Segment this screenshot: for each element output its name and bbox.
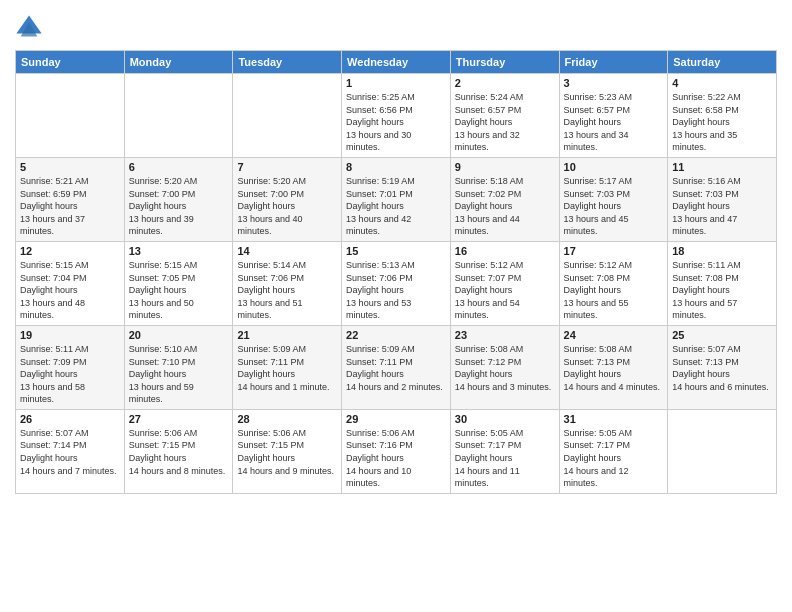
day-info: Sunrise: 5:06 AMSunset: 7:16 PMDaylight … (346, 428, 415, 488)
day-info: Sunrise: 5:23 AMSunset: 6:57 PMDaylight … (564, 92, 633, 152)
day-info: Sunrise: 5:18 AMSunset: 7:02 PMDaylight … (455, 176, 524, 236)
calendar-cell: 4 Sunrise: 5:22 AMSunset: 6:58 PMDayligh… (668, 74, 777, 158)
day-number: 11 (672, 161, 772, 173)
day-info: Sunrise: 5:15 AMSunset: 7:05 PMDaylight … (129, 260, 198, 320)
calendar-cell: 25 Sunrise: 5:07 AMSunset: 7:13 PMDaylig… (668, 325, 777, 409)
day-info: Sunrise: 5:11 AMSunset: 7:09 PMDaylight … (20, 344, 89, 404)
calendar-cell: 24 Sunrise: 5:08 AMSunset: 7:13 PMDaylig… (559, 325, 668, 409)
calendar-cell: 17 Sunrise: 5:12 AMSunset: 7:08 PMDaylig… (559, 241, 668, 325)
day-number: 18 (672, 245, 772, 257)
calendar-cell: 9 Sunrise: 5:18 AMSunset: 7:02 PMDayligh… (450, 157, 559, 241)
day-info: Sunrise: 5:14 AMSunset: 7:06 PMDaylight … (237, 260, 306, 320)
calendar-cell: 7 Sunrise: 5:20 AMSunset: 7:00 PMDayligh… (233, 157, 342, 241)
calendar-cell: 8 Sunrise: 5:19 AMSunset: 7:01 PMDayligh… (342, 157, 451, 241)
day-number: 14 (237, 245, 337, 257)
day-info: Sunrise: 5:07 AMSunset: 7:13 PMDaylight … (672, 344, 769, 392)
calendar-cell: 28 Sunrise: 5:06 AMSunset: 7:15 PMDaylig… (233, 409, 342, 493)
day-number: 13 (129, 245, 229, 257)
day-info: Sunrise: 5:10 AMSunset: 7:10 PMDaylight … (129, 344, 198, 404)
calendar-cell (668, 409, 777, 493)
calendar-week-3: 12 Sunrise: 5:15 AMSunset: 7:04 PMDaylig… (16, 241, 777, 325)
weekday-tuesday: Tuesday (233, 51, 342, 74)
calendar-cell: 27 Sunrise: 5:06 AMSunset: 7:15 PMDaylig… (124, 409, 233, 493)
calendar-week-4: 19 Sunrise: 5:11 AMSunset: 7:09 PMDaylig… (16, 325, 777, 409)
day-info: Sunrise: 5:22 AMSunset: 6:58 PMDaylight … (672, 92, 741, 152)
calendar-cell: 16 Sunrise: 5:12 AMSunset: 7:07 PMDaylig… (450, 241, 559, 325)
day-number: 1 (346, 77, 446, 89)
day-number: 22 (346, 329, 446, 341)
weekday-wednesday: Wednesday (342, 51, 451, 74)
weekday-sunday: Sunday (16, 51, 125, 74)
calendar-week-1: 1 Sunrise: 5:25 AMSunset: 6:56 PMDayligh… (16, 74, 777, 158)
calendar-cell: 12 Sunrise: 5:15 AMSunset: 7:04 PMDaylig… (16, 241, 125, 325)
day-number: 24 (564, 329, 664, 341)
day-number: 5 (20, 161, 120, 173)
day-number: 20 (129, 329, 229, 341)
day-number: 12 (20, 245, 120, 257)
weekday-monday: Monday (124, 51, 233, 74)
calendar-cell: 11 Sunrise: 5:16 AMSunset: 7:03 PMDaylig… (668, 157, 777, 241)
day-number: 25 (672, 329, 772, 341)
day-number: 10 (564, 161, 664, 173)
day-number: 17 (564, 245, 664, 257)
calendar-cell: 15 Sunrise: 5:13 AMSunset: 7:06 PMDaylig… (342, 241, 451, 325)
weekday-header-row: SundayMondayTuesdayWednesdayThursdayFrid… (16, 51, 777, 74)
day-number: 6 (129, 161, 229, 173)
day-info: Sunrise: 5:12 AMSunset: 7:08 PMDaylight … (564, 260, 633, 320)
calendar-cell: 21 Sunrise: 5:09 AMSunset: 7:11 PMDaylig… (233, 325, 342, 409)
day-info: Sunrise: 5:24 AMSunset: 6:57 PMDaylight … (455, 92, 524, 152)
calendar-cell: 18 Sunrise: 5:11 AMSunset: 7:08 PMDaylig… (668, 241, 777, 325)
day-info: Sunrise: 5:12 AMSunset: 7:07 PMDaylight … (455, 260, 524, 320)
day-number: 8 (346, 161, 446, 173)
day-number: 19 (20, 329, 120, 341)
day-number: 4 (672, 77, 772, 89)
calendar-cell: 31 Sunrise: 5:05 AMSunset: 7:17 PMDaylig… (559, 409, 668, 493)
day-number: 15 (346, 245, 446, 257)
day-number: 26 (20, 413, 120, 425)
day-number: 30 (455, 413, 555, 425)
calendar-cell: 20 Sunrise: 5:10 AMSunset: 7:10 PMDaylig… (124, 325, 233, 409)
day-number: 31 (564, 413, 664, 425)
day-info: Sunrise: 5:08 AMSunset: 7:13 PMDaylight … (564, 344, 661, 392)
weekday-thursday: Thursday (450, 51, 559, 74)
day-number: 9 (455, 161, 555, 173)
calendar-cell (233, 74, 342, 158)
calendar-cell: 30 Sunrise: 5:05 AMSunset: 7:17 PMDaylig… (450, 409, 559, 493)
calendar-cell: 10 Sunrise: 5:17 AMSunset: 7:03 PMDaylig… (559, 157, 668, 241)
calendar-cell: 3 Sunrise: 5:23 AMSunset: 6:57 PMDayligh… (559, 74, 668, 158)
logo (15, 14, 45, 42)
calendar-cell: 5 Sunrise: 5:21 AMSunset: 6:59 PMDayligh… (16, 157, 125, 241)
day-info: Sunrise: 5:15 AMSunset: 7:04 PMDaylight … (20, 260, 89, 320)
weekday-friday: Friday (559, 51, 668, 74)
day-info: Sunrise: 5:17 AMSunset: 7:03 PMDaylight … (564, 176, 633, 236)
day-number: 21 (237, 329, 337, 341)
day-number: 7 (237, 161, 337, 173)
calendar-cell: 19 Sunrise: 5:11 AMSunset: 7:09 PMDaylig… (16, 325, 125, 409)
calendar-cell (124, 74, 233, 158)
day-info: Sunrise: 5:13 AMSunset: 7:06 PMDaylight … (346, 260, 415, 320)
calendar-cell: 29 Sunrise: 5:06 AMSunset: 7:16 PMDaylig… (342, 409, 451, 493)
day-number: 28 (237, 413, 337, 425)
weekday-saturday: Saturday (668, 51, 777, 74)
day-info: Sunrise: 5:11 AMSunset: 7:08 PMDaylight … (672, 260, 741, 320)
day-number: 27 (129, 413, 229, 425)
day-info: Sunrise: 5:07 AMSunset: 7:14 PMDaylight … (20, 428, 117, 476)
day-info: Sunrise: 5:19 AMSunset: 7:01 PMDaylight … (346, 176, 415, 236)
day-info: Sunrise: 5:20 AMSunset: 7:00 PMDaylight … (237, 176, 306, 236)
calendar-cell: 26 Sunrise: 5:07 AMSunset: 7:14 PMDaylig… (16, 409, 125, 493)
calendar-cell: 6 Sunrise: 5:20 AMSunset: 7:00 PMDayligh… (124, 157, 233, 241)
day-info: Sunrise: 5:06 AMSunset: 7:15 PMDaylight … (237, 428, 334, 476)
day-info: Sunrise: 5:05 AMSunset: 7:17 PMDaylight … (564, 428, 633, 488)
page: SundayMondayTuesdayWednesdayThursdayFrid… (0, 0, 792, 612)
header (15, 10, 777, 42)
day-info: Sunrise: 5:05 AMSunset: 7:17 PMDaylight … (455, 428, 524, 488)
calendar-cell: 2 Sunrise: 5:24 AMSunset: 6:57 PMDayligh… (450, 74, 559, 158)
calendar-week-2: 5 Sunrise: 5:21 AMSunset: 6:59 PMDayligh… (16, 157, 777, 241)
day-info: Sunrise: 5:08 AMSunset: 7:12 PMDaylight … (455, 344, 552, 392)
day-number: 29 (346, 413, 446, 425)
day-number: 23 (455, 329, 555, 341)
day-number: 16 (455, 245, 555, 257)
calendar-cell: 1 Sunrise: 5:25 AMSunset: 6:56 PMDayligh… (342, 74, 451, 158)
calendar-table: SundayMondayTuesdayWednesdayThursdayFrid… (15, 50, 777, 494)
day-info: Sunrise: 5:09 AMSunset: 7:11 PMDaylight … (346, 344, 443, 392)
